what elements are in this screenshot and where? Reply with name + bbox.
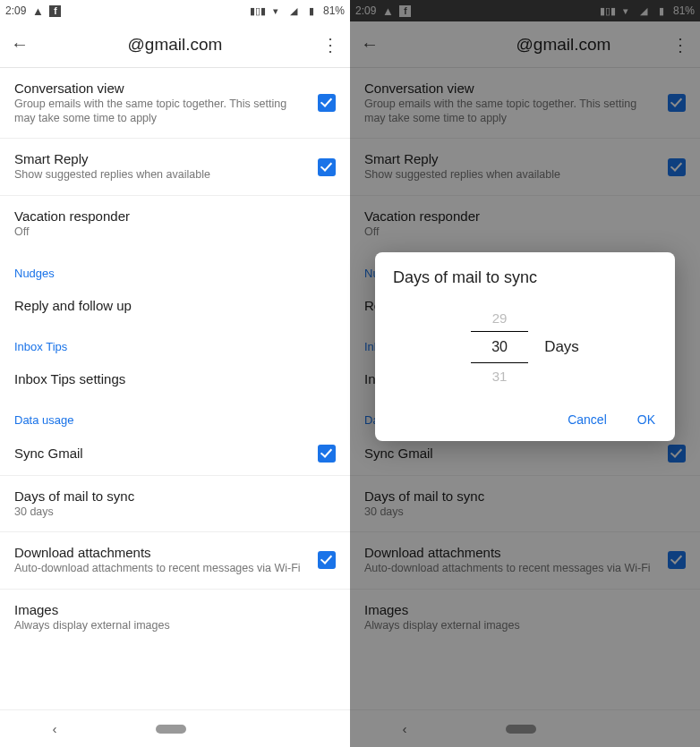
reply-follow-up-item[interactable]: Reply and follow up [0, 285, 350, 326]
conversation-view-sub: Group emails with the same topic togethe… [14, 98, 307, 125]
system-nav-bar: ‹ [350, 709, 700, 747]
nav-home-pill[interactable] [506, 725, 536, 734]
signal-icon: ◢ [637, 4, 650, 17]
redacted-mask [440, 37, 515, 53]
conversation-view-title: Conversation view [14, 81, 307, 96]
images-title: Images [364, 602, 686, 617]
conversation-view-checkbox [668, 94, 686, 112]
header-title: @gmail.com [32, 35, 318, 55]
battery-icon: ▮ [305, 4, 318, 17]
download-attachments-title: Download attachments [14, 545, 307, 560]
nav-home-pill[interactable] [156, 725, 186, 734]
conversation-view-checkbox[interactable] [318, 94, 336, 112]
inbox-tips-header: Inbox Tips [0, 326, 350, 359]
nav-back-button[interactable]: ‹ [53, 721, 57, 736]
battery-percent: 81% [323, 4, 345, 17]
number-picker[interactable]: 29 30 31 Days [375, 296, 675, 403]
picker-next[interactable]: 31 [471, 363, 528, 389]
signal-icon: ◢ [287, 4, 300, 17]
wifi-icon: ▾ [269, 4, 282, 17]
image-icon: ▲ [31, 4, 44, 17]
images-item[interactable]: Images Always display external images [0, 590, 350, 646]
vibrate-icon: ▮▯▮ [602, 4, 614, 17]
vacation-responder-item[interactable]: Vacation responder Off [0, 196, 350, 252]
screen-settings: 2:09 ▲ f ▮▯▮ ▾ ◢ ▮ 81% ← @gmail.com ⋮ Co… [0, 0, 350, 747]
days-of-mail-sub: 30 days [364, 505, 686, 520]
smart-reply-title: Smart Reply [364, 151, 657, 166]
battery-icon: ▮ [655, 4, 668, 17]
download-attachments-checkbox[interactable] [318, 551, 336, 569]
smart-reply-item: Smart Reply Show suggested replies when … [350, 139, 700, 196]
wifi-icon: ▾ [619, 4, 632, 17]
inbox-tips-settings-title: Inbox Tips settings [14, 371, 336, 386]
picker-selected[interactable]: 30 [471, 331, 528, 363]
images-sub: Always display external images [364, 619, 686, 633]
conversation-view-item: Conversation view Group emails with the … [350, 68, 700, 139]
vibrate-icon: ▮▯▮ [252, 4, 264, 17]
header-title: @gmail.com [382, 35, 668, 55]
status-time: 2:09 [5, 4, 26, 17]
nudges-header: Nudges [0, 252, 350, 285]
download-attachments-checkbox [668, 551, 686, 569]
images-sub: Always display external images [14, 619, 336, 633]
data-usage-header: Data usage [0, 399, 350, 432]
images-title: Images [14, 602, 336, 617]
download-attachments-item[interactable]: Download attachments Auto-download attac… [0, 532, 350, 590]
more-menu-icon[interactable]: ⋮ [668, 34, 689, 55]
battery-percent: 81% [673, 4, 695, 17]
days-of-mail-item[interactable]: Days of mail to sync 30 days [0, 476, 350, 533]
dialog-title: Days of mail to sync [375, 252, 675, 296]
download-attachments-sub: Auto-download attachments to recent mess… [364, 562, 657, 576]
cancel-button[interactable]: Cancel [568, 412, 607, 427]
picker-prev[interactable]: 29 [471, 305, 528, 331]
smart-reply-checkbox [668, 158, 686, 176]
conversation-view-sub: Group emails with the same topic togethe… [364, 98, 657, 125]
facebook-icon: f [399, 5, 411, 17]
days-of-mail-item: Days of mail to sync 30 days [350, 476, 700, 533]
vacation-responder-title: Vacation responder [364, 208, 686, 224]
image-icon: ▲ [381, 4, 394, 17]
smart-reply-checkbox[interactable] [318, 158, 336, 176]
status-bar: 2:09 ▲ f ▮▯▮ ▾ ◢ ▮ 81% [350, 0, 700, 21]
images-item: Images Always display external images [350, 590, 700, 646]
settings-list[interactable]: Conversation view Group emails with the … [0, 68, 350, 709]
download-attachments-sub: Auto-download attachments to recent mess… [14, 562, 307, 576]
more-menu-icon[interactable]: ⋮ [318, 34, 339, 55]
conversation-view-title: Conversation view [364, 81, 657, 96]
status-time: 2:09 [355, 4, 376, 17]
smart-reply-title: Smart Reply [14, 151, 307, 166]
inbox-tips-settings-item[interactable]: Inbox Tips settings [0, 359, 350, 399]
picker-wheel[interactable]: 29 30 31 [471, 305, 528, 389]
vacation-responder-sub: Off [364, 225, 686, 240]
download-attachments-title: Download attachments [364, 545, 657, 560]
sync-gmail-checkbox [668, 445, 686, 463]
sync-gmail-item[interactable]: Sync Gmail [0, 432, 350, 476]
smart-reply-sub: Show suggested replies when available [364, 168, 657, 183]
vacation-responder-title: Vacation responder [14, 208, 336, 224]
app-header: ← @gmail.com ⋮ [0, 21, 350, 68]
sync-gmail-title: Sync Gmail [364, 446, 657, 461]
system-nav-bar: ‹ [0, 709, 350, 747]
vacation-responder-item: Vacation responder Off [350, 196, 700, 252]
reply-follow-up-title: Reply and follow up [14, 298, 336, 313]
screen-settings-dialog: 2:09 ▲ f ▮▯▮ ▾ ◢ ▮ 81% ← @gmail.com ⋮ Co… [350, 0, 700, 747]
ok-button[interactable]: OK [637, 412, 655, 427]
sync-gmail-title: Sync Gmail [14, 446, 307, 461]
days-of-mail-sub: 30 days [14, 505, 336, 520]
smart-reply-sub: Show suggested replies when available [14, 168, 307, 183]
status-bar: 2:09 ▲ f ▮▯▮ ▾ ◢ ▮ 81% [0, 0, 350, 21]
app-header: ← @gmail.com ⋮ [350, 21, 700, 68]
nav-back-button[interactable]: ‹ [403, 721, 407, 736]
download-attachments-item: Download attachments Auto-download attac… [350, 532, 700, 590]
days-sync-dialog: Days of mail to sync 29 30 31 Days Cance… [375, 252, 675, 441]
sync-gmail-checkbox[interactable] [318, 445, 336, 463]
smart-reply-item[interactable]: Smart Reply Show suggested replies when … [0, 139, 350, 196]
facebook-icon: f [49, 5, 61, 17]
picker-unit-label: Days [544, 338, 579, 356]
days-of-mail-title: Days of mail to sync [14, 488, 336, 504]
conversation-view-item[interactable]: Conversation view Group emails with the … [0, 68, 350, 139]
vacation-responder-sub: Off [14, 225, 336, 240]
back-button[interactable]: ← [361, 34, 382, 55]
days-of-mail-title: Days of mail to sync [364, 488, 686, 504]
back-button[interactable]: ← [11, 34, 32, 55]
